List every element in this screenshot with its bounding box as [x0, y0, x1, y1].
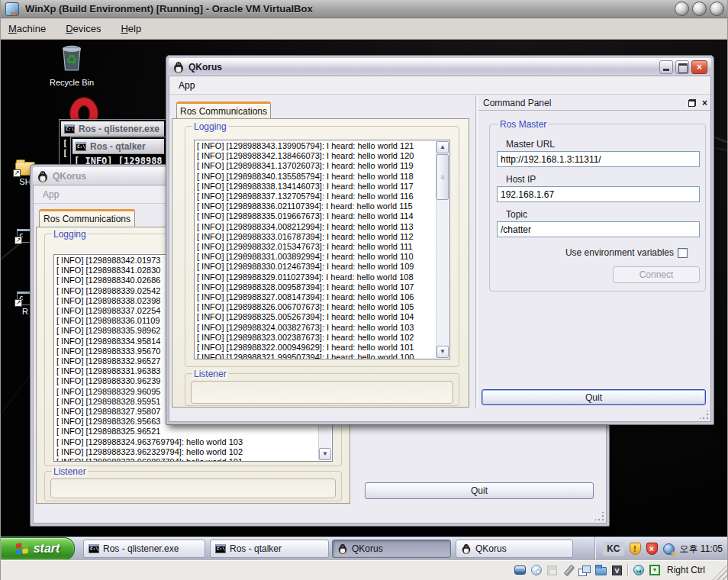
command-panel-titlebar[interactable]: Command Panel × — [478, 95, 711, 111]
listener-group-label: Listener — [52, 466, 88, 477]
update-globe-icon[interactable] — [663, 543, 675, 555]
log-line[interactable]: [ INFO] [1298988332.015347673]: I heard:… — [197, 242, 436, 252]
qkorus-app-icon — [461, 543, 472, 554]
cmd-icon — [64, 124, 75, 134]
use-env-vars-checkbox[interactable] — [678, 248, 688, 258]
tab-ros-communications[interactable]: Ros Communications — [39, 209, 135, 227]
menu-machine[interactable]: Machine — [8, 23, 46, 34]
taskbar-clock[interactable]: 오후 11:05 — [680, 543, 723, 556]
log-line[interactable]: [ INFO] [1298988327.008147394]: I heard:… — [197, 292, 436, 302]
console-titlebar[interactable]: Ros - qtalker — [72, 139, 164, 154]
log-line[interactable]: [ INFO] [1298988321.999507394]: I heard:… — [197, 353, 436, 359]
log-line[interactable]: [ INFO] [1298988336.021107394]: I heard:… — [197, 201, 436, 211]
optical-disc-icon[interactable] — [531, 565, 542, 575]
host-ip-input[interactable] — [497, 186, 700, 202]
vbox-menubar: Machine Devices Help — [1, 18, 728, 40]
listener-box — [50, 478, 336, 498]
scroll-up-button[interactable]: ▲ — [436, 141, 449, 153]
hard-disks-icon[interactable] — [514, 566, 526, 575]
desktop-icon-recycle-bin[interactable]: ♻ Recycle Bin — [40, 41, 103, 87]
log-line[interactable]: [ INFO] [1298988322.960897794]: hello wo… — [56, 457, 318, 461]
host-resize-grip[interactable] — [712, 565, 727, 580]
shared-folders-icon[interactable] — [595, 567, 607, 575]
floppy-icon[interactable] — [547, 566, 557, 575]
window-titlebar[interactable]: QKorus × — [169, 58, 711, 76]
log-line[interactable]: [ INFO] [1298988341.137026073]: I heard:… — [197, 161, 436, 171]
master-url-input[interactable] — [497, 151, 700, 167]
start-button[interactable]: start — [1, 537, 75, 559]
log-line[interactable]: [ INFO] [1298988329.011027394]: I heard:… — [197, 272, 436, 282]
console-title-text: Ros - qlistener.exe — [79, 124, 159, 134]
menu-app[interactable]: App — [179, 80, 195, 91]
log-line[interactable]: [ INFO] [1298988323.962329794]: hello wo… — [56, 447, 318, 457]
shortcut-arrow-icon: ↗ — [13, 169, 21, 177]
host-minimize-button[interactable] — [675, 2, 689, 16]
log-line[interactable]: [ INFO] [1298988335.019667673]: I heard:… — [197, 211, 436, 221]
close-button[interactable]: × — [691, 60, 707, 74]
log-line[interactable]: [ INFO] [1298988323.002387673]: I heard:… — [197, 333, 436, 343]
connect-button[interactable]: Connect — [613, 266, 700, 283]
taskbar-item-qkorus-active[interactable]: QKorus — [332, 540, 451, 558]
log-line[interactable]: [ INFO] [1298988330.012467394]: I heard:… — [197, 262, 436, 272]
network-adapters-icon[interactable] — [633, 565, 644, 575]
scroll-down-button[interactable]: ▼ — [319, 448, 331, 460]
desktop-icon-label: Recycle Bin — [40, 78, 103, 87]
maximize-button[interactable] — [675, 60, 689, 74]
scroll-thumb[interactable]: ≡ — [436, 154, 449, 200]
use-env-vars-label: Use environment variables — [497, 247, 674, 258]
security-risk-icon[interactable]: × — [646, 543, 658, 555]
log-line[interactable]: [ INFO] [1298988324.963769794]: hello wo… — [56, 437, 318, 447]
logging-list[interactable]: [ INFO] [1298988343.139905794]: I heard:… — [194, 140, 450, 359]
language-indicator[interactable]: KC — [603, 542, 623, 556]
quit-button[interactable]: Quit — [365, 482, 594, 499]
log-line[interactable]: [ INFO] [1298988342.138466073]: I heard:… — [197, 151, 436, 161]
tab-ros-communications[interactable]: Ros Communications — [176, 102, 271, 119]
system-tray: KC ! × 오후 11:05 — [594, 537, 728, 559]
topic-input[interactable] — [497, 221, 700, 237]
security-alert-icon[interactable]: ! — [630, 543, 641, 555]
qkorus-window-front[interactable]: QKorus × App Ros Communications Logging — [166, 55, 714, 425]
log-line[interactable]: [ INFO] [1298988337.132705794]: I heard:… — [197, 192, 436, 201]
log-line[interactable]: [ INFO] [1298988338.134146073]: I heard:… — [197, 182, 436, 192]
scroll-down-button[interactable]: ▼ — [436, 346, 449, 358]
command-panel-title: Command Panel — [483, 98, 551, 108]
vbox-window-title: WinXp (Build Environment) [Running] - Or… — [25, 3, 313, 14]
dock-close-icon[interactable]: × — [702, 98, 707, 108]
menu-help[interactable]: Help — [121, 23, 141, 34]
log-scrollbar[interactable]: ▲ ≡ ▼ — [436, 141, 449, 358]
log-line[interactable]: [ INFO] [1298988322.000949629]: I heard:… — [197, 343, 436, 353]
guest-display-icon[interactable]: ▼ — [649, 565, 660, 575]
menu-app[interactable]: App — [43, 189, 59, 200]
host-ip-label: Host IP — [506, 174, 536, 185]
taskbar-item-qtalker[interactable]: Ros - qtalker — [210, 540, 329, 558]
log-line[interactable]: [ INFO] [1298988333.016787394]: I heard:… — [197, 232, 436, 242]
console-title-text: Ros - qtalker — [90, 141, 146, 152]
menu-devices[interactable]: Devices — [66, 23, 101, 34]
usb-devices-icon[interactable] — [562, 565, 573, 575]
resize-grip[interactable] — [595, 512, 604, 521]
log-line[interactable]: [ INFO] [1298988325.005267394]: I heard:… — [197, 312, 436, 322]
log-line[interactable]: [ INFO] [1298988326.006707673]: I heard:… — [197, 302, 436, 312]
taskbar-item-qlistener[interactable]: Ros - qlistener.exe — [83, 540, 205, 558]
log-line[interactable]: [ INFO] [1298988324.003827673]: I heard:… — [197, 323, 436, 333]
resize-grip[interactable] — [700, 411, 709, 420]
log-line[interactable]: [ INFO] [1298988328.009587394]: I heard:… — [197, 282, 436, 292]
log-line[interactable]: [ INFO] [1298988343.139905794]: I heard:… — [197, 141, 436, 151]
log-line[interactable]: [ INFO] [1298988331.003892994]: I heard:… — [197, 252, 436, 262]
vbox-titlebar[interactable]: WinXp (Build Environment) [Running] - Or… — [1, 0, 728, 18]
log-line[interactable]: [ INFO] [1298988340.135585794]: I heard:… — [197, 172, 436, 182]
virtualization-chip-icon[interactable]: V — [612, 566, 622, 575]
taskbar-item-qkorus[interactable]: QKorus — [456, 540, 573, 558]
taskbar-item-label: QKorus — [475, 543, 507, 554]
log-line[interactable]: [ INFO] [1298988334.008212994]: I heard:… — [197, 222, 436, 232]
dock-splitter[interactable] — [475, 95, 478, 408]
shared-clipboard-icon[interactable] — [578, 566, 590, 575]
host-close-button[interactable] — [710, 2, 724, 16]
dock-float-icon[interactable] — [688, 99, 696, 107]
host-maximize-button[interactable] — [692, 2, 707, 16]
app-menubar: App — [169, 76, 710, 95]
minimize-button[interactable] — [659, 60, 673, 74]
log-line[interactable]: [ INFO] [1298988325.96521 — [56, 427, 318, 437]
console-titlebar[interactable]: Ros - qlistener.exe — [61, 121, 164, 137]
quit-button[interactable]: Quit — [482, 389, 706, 405]
